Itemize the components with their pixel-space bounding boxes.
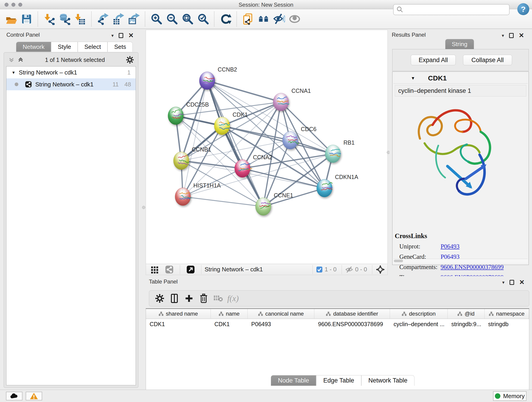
collapse-all-networks-icon[interactable] — [8, 56, 15, 63]
edge-CCNB2-HIST1H1A[interactable] — [183, 81, 207, 197]
crosslink-row: Compartments: 9606.ENSP00000378699 — [395, 264, 526, 271]
network-collection-row[interactable]: ▾ String Network – cdk1 1 — [6, 66, 136, 78]
tab-network[interactable]: Network — [16, 42, 51, 52]
cloud-button[interactable] — [6, 392, 22, 400]
expand-all-networks-icon[interactable] — [17, 56, 24, 63]
gene-card-collapse-icon[interactable]: ▾ — [412, 75, 414, 81]
node-table[interactable]: shared name name canonical name database… — [146, 308, 529, 402]
first-neighbors-button[interactable] — [256, 12, 271, 26]
edge-CCNB1-CCNA2[interactable] — [181, 161, 242, 168]
column-header-shared-name[interactable]: shared name — [146, 309, 211, 319]
column-header-namespace[interactable]: namespace — [485, 309, 529, 319]
cell-database-identifier[interactable]: 9606.ENSP00000378699 — [314, 319, 390, 330]
fit-content-crosshair-icon[interactable] — [375, 265, 385, 274]
column-header-description[interactable]: description — [390, 309, 448, 319]
results-hscrollbar[interactable] — [393, 259, 528, 263]
node-CCNB1[interactable]: CCNB1 — [173, 146, 211, 170]
birdseye-view-icon[interactable] — [147, 263, 162, 276]
cell-shared-name[interactable]: CDK1 — [146, 319, 211, 330]
search-input[interactable] — [393, 4, 510, 15]
export-image-button[interactable] — [126, 12, 142, 26]
expand-all-button[interactable]: Expand All — [411, 55, 456, 65]
export-table-button[interactable] — [110, 12, 126, 26]
table-options-gear-icon[interactable] — [152, 292, 167, 305]
control-panel-float-icon[interactable] — [119, 33, 123, 38]
network-row[interactable]: String Network – cdk1 11 48 — [6, 78, 136, 90]
crosslink-link[interactable]: 9606.ENSP00000378699 — [441, 264, 504, 271]
table-panel-float-icon[interactable] — [510, 280, 514, 285]
import-table-button[interactable] — [72, 12, 88, 26]
zoom-in-button[interactable] — [148, 12, 164, 26]
show-column-icon[interactable] — [167, 292, 182, 305]
network-options-gear-icon[interactable] — [126, 56, 134, 64]
column-header-name[interactable]: name — [211, 309, 248, 319]
node-CDKN1A[interactable]: CDKN1A — [317, 174, 358, 197]
cell-description[interactable]: cyclin–dependent ... — [390, 319, 448, 330]
table-row[interactable]: CDK1CDK1P064939606.ENSP00000378699cyclin… — [146, 319, 529, 330]
column-header-database-identifier[interactable]: database identifier — [314, 309, 390, 319]
help-button[interactable]: ? — [517, 3, 529, 15]
cell-canonical-name[interactable]: P06493 — [248, 319, 315, 330]
tab-edge-table[interactable]: Edge Table — [316, 375, 361, 386]
export-network-button[interactable] — [95, 12, 110, 26]
table-header-row: shared name name canonical name database… — [146, 309, 529, 319]
node-label-CCNA1: CCNA1 — [291, 88, 311, 94]
zoom-out-button[interactable] — [164, 12, 180, 26]
edge-CCNB2-RB1[interactable] — [207, 81, 333, 154]
string-network-icon[interactable] — [162, 263, 177, 276]
import-network-button[interactable] — [41, 12, 57, 26]
collapse-all-button[interactable]: Collapse All — [463, 55, 512, 65]
memory-status-dot — [495, 393, 500, 399]
edge-HIST1H1A-CCNE1[interactable] — [183, 197, 263, 206]
cell-namespace[interactable]: stringdb — [485, 319, 529, 330]
node-label-CCNB2: CCNB2 — [218, 66, 237, 73]
collection-expand-icon[interactable]: ▾ — [12, 70, 15, 75]
open-session-button[interactable] — [3, 12, 19, 26]
results-panel-close-icon[interactable]: ✕ — [519, 32, 524, 39]
node-label-CDK1: CDK1 — [233, 111, 248, 118]
column-header-canonical-name[interactable]: canonical name — [248, 309, 315, 319]
tab-sets[interactable]: Sets — [108, 42, 133, 52]
save-session-button[interactable] — [19, 12, 34, 26]
column-type-icon — [326, 311, 331, 316]
table-panel-close-icon[interactable]: ✕ — [519, 279, 525, 286]
delete-column-icon[interactable] — [196, 292, 211, 305]
selected-checkbox-icon[interactable] — [316, 266, 323, 273]
left-splitter-handle[interactable] — [142, 206, 145, 209]
control-panel-close-icon[interactable]: ✕ — [128, 32, 133, 39]
edge-CCNB2-CDKN1A[interactable] — [207, 81, 324, 188]
create-column-icon[interactable] — [182, 292, 196, 305]
cell--id[interactable]: stringdb:9... — [448, 319, 485, 330]
node-RB1[interactable]: RB1 — [325, 139, 355, 163]
node-label-CDC25B: CDC25B — [186, 101, 209, 108]
tab-select[interactable]: Select — [78, 42, 108, 52]
network-view[interactable]: CCNB2CCNA1CDC25BCDK1CDC6RB1CCNB1CCNA2CDK… — [146, 30, 388, 275]
network-graph[interactable]: CCNB2CCNA1CDC25BCDK1CDC6RB1CCNB1CCNA2CDK… — [146, 30, 388, 264]
control-panel-collapse-icon[interactable]: ▾ — [111, 33, 114, 38]
results-panel-collapse-icon[interactable]: ▾ — [502, 33, 504, 38]
hide-selected-button[interactable] — [271, 12, 287, 26]
edge-CDKN1A-CCNE1[interactable] — [263, 188, 324, 206]
crosslink-link[interactable]: P06493 — [441, 243, 460, 250]
refresh-network-button[interactable] — [218, 12, 233, 26]
results-panel-float-icon[interactable] — [509, 33, 514, 38]
cell-name[interactable]: CDK1 — [211, 319, 248, 330]
gene-card-header[interactable]: ▾ CDK1 — [393, 73, 528, 84]
node-CCNA1[interactable]: CCNA1 — [273, 88, 311, 111]
table-panel-collapse-icon[interactable]: ▾ — [502, 280, 505, 285]
zoom-selected-button[interactable] — [195, 12, 211, 26]
open-in-new-window-icon[interactable] — [183, 263, 198, 276]
import-database-icon — [59, 13, 70, 25]
new-network-from-selection-button[interactable] — [240, 12, 256, 26]
warnings-button[interactable] — [26, 392, 42, 400]
node-CCNB2[interactable]: CCNB2 — [199, 66, 237, 89]
tab-node-table[interactable]: Node Table — [271, 375, 316, 386]
tab-style[interactable]: Style — [51, 42, 78, 52]
tab-string[interactable]: String — [445, 39, 474, 49]
import-database-button[interactable] — [57, 12, 72, 26]
memory-button[interactable]: Memory — [493, 391, 526, 401]
zoom-fit-button[interactable] — [180, 12, 195, 26]
column-header--id[interactable]: @id — [448, 309, 485, 319]
show-all-button[interactable] — [287, 12, 302, 26]
tab-network-table[interactable]: Network Table — [361, 375, 415, 386]
